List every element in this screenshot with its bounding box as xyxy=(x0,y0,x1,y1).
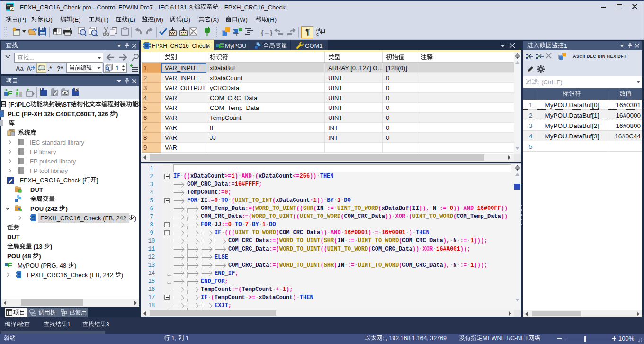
svg-text:c: c xyxy=(316,31,319,36)
svg-text:7: 7 xyxy=(11,7,13,11)
